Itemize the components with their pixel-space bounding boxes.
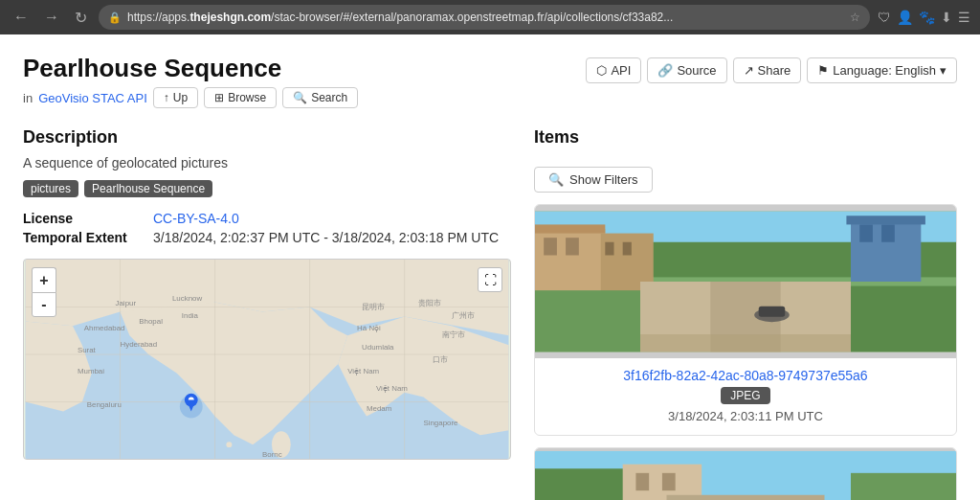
filter-search-icon: 🔍 bbox=[548, 172, 564, 187]
map-container[interactable]: + - ⛶ bbox=[23, 259, 511, 460]
zoom-in-button[interactable]: + bbox=[32, 267, 56, 292]
svg-rect-44 bbox=[566, 238, 579, 255]
chevron-down-icon: ▾ bbox=[940, 63, 947, 78]
svg-rect-56 bbox=[851, 286, 956, 352]
back-button[interactable]: ← bbox=[10, 5, 33, 30]
meta-table: License CC-BY-SA-4.0 Temporal Extent 3/1… bbox=[23, 211, 511, 245]
svg-rect-65 bbox=[662, 473, 676, 490]
search-label: Search bbox=[311, 91, 347, 104]
svg-text:Việt Nam: Việt Nam bbox=[347, 367, 379, 375]
show-filters-button[interactable]: 🔍 Show Filters bbox=[534, 167, 653, 193]
shield-icon[interactable]: 🛡 bbox=[878, 10, 891, 25]
download-icon[interactable]: ⬇ bbox=[941, 10, 952, 25]
menu-icon[interactable]: ☰ bbox=[958, 10, 970, 25]
url-text: https://apps.thejeshgn.com/stac-browser/… bbox=[127, 11, 673, 24]
svg-rect-43 bbox=[544, 238, 557, 255]
source-button[interactable]: 🔗 Source bbox=[647, 57, 726, 83]
temporal-value: 3/18/2024, 2:02:37 PM UTC - 3/18/2024, 2… bbox=[153, 230, 499, 245]
header-actions: ⬡ API 🔗 Source ↗ Share ⚑ Language: Engli… bbox=[586, 57, 957, 83]
nav-search-button[interactable]: 🔍 Search bbox=[282, 87, 358, 108]
language-button[interactable]: ⚑ Language: English ▾ bbox=[807, 57, 957, 83]
link-icon: 🔗 bbox=[657, 63, 673, 78]
browse-icon: ⊞ bbox=[214, 91, 224, 104]
svg-text:贵阳市: 贵阳市 bbox=[418, 299, 441, 307]
svg-rect-58 bbox=[759, 307, 786, 317]
svg-text:广州市: 广州市 bbox=[452, 311, 475, 320]
item-info-1: 3f16f2fb-82a2-42ac-80a8-9749737e55a6 JPE… bbox=[535, 358, 956, 435]
show-filters-label: Show Filters bbox=[569, 172, 638, 187]
extension-icon[interactable]: 🐾 bbox=[919, 10, 935, 25]
item-badge-1: JPEG bbox=[721, 387, 769, 404]
breadcrumb-link[interactable]: GeoVisio STAC API bbox=[38, 91, 147, 105]
item-id-link-1[interactable]: 3f16f2fb-82a2-42ac-80a8-9749737e55a6 bbox=[623, 368, 867, 383]
search-icon: 🔍 bbox=[293, 91, 307, 104]
page-title: Pearlhouse Sequence bbox=[23, 54, 281, 83]
svg-text:Hyderabad: Hyderabad bbox=[120, 340, 157, 349]
svg-rect-52 bbox=[846, 216, 925, 224]
svg-text:Há Nội: Há Nội bbox=[357, 324, 381, 332]
svg-rect-55 bbox=[535, 290, 640, 352]
api-icon: ⬡ bbox=[596, 63, 607, 78]
svg-text:Bhopal: Bhopal bbox=[139, 317, 163, 326]
svg-rect-62 bbox=[851, 473, 956, 500]
svg-text:Mumbai: Mumbai bbox=[78, 367, 104, 375]
browser-actions: 🛡 👤 🐾 ⬇ ☰ bbox=[878, 10, 970, 25]
item-image-1 bbox=[535, 205, 956, 358]
browse-label: Browse bbox=[228, 91, 266, 104]
nav-browse-button[interactable]: ⊞ Browse bbox=[204, 87, 277, 108]
left-panel: Description A sequence of geolocated pic… bbox=[23, 127, 511, 500]
svg-text:口市: 口市 bbox=[433, 355, 448, 364]
svg-text:Ahmedabad: Ahmedabad bbox=[84, 324, 125, 332]
item-date-1: 3/18/2024, 2:03:11 PM UTC bbox=[668, 409, 823, 423]
language-label: Language: English bbox=[833, 63, 936, 78]
nav-up-button[interactable]: ↑ Up bbox=[153, 87, 198, 108]
svg-rect-59 bbox=[640, 334, 851, 352]
item-card-2 bbox=[534, 447, 957, 500]
map-fullscreen-button[interactable]: ⛶ bbox=[478, 267, 502, 292]
map-controls: + - bbox=[32, 267, 56, 317]
svg-text:Singapore: Singapore bbox=[423, 419, 458, 427]
svg-text:Bornc: Bornc bbox=[262, 450, 282, 459]
map-svg: Jaipur Lucknow 昆明市 贵阳市 广州市 Ahmedabad Bho… bbox=[24, 260, 510, 459]
tag-pearlhouse: Pearlhouse Sequence bbox=[84, 180, 212, 197]
svg-text:Bengaluru: Bengaluru bbox=[87, 400, 122, 409]
items-header: Items bbox=[534, 127, 957, 155]
temporal-row: Temporal Extent 3/18/2024, 2:02:37 PM UT… bbox=[23, 230, 511, 245]
share-button[interactable]: ↗ Share bbox=[733, 57, 802, 83]
forward-button[interactable]: → bbox=[40, 5, 63, 30]
description-title: Description bbox=[23, 127, 511, 148]
right-panel: Items 🔍 Show Filters bbox=[534, 127, 957, 500]
page-content: Pearlhouse Sequence ⬡ API 🔗 Source ↗ Sha… bbox=[0, 34, 980, 500]
up-icon: ↑ bbox=[164, 91, 169, 104]
svg-rect-45 bbox=[535, 224, 605, 233]
address-bar[interactable]: 🔒 https://apps.thejeshgn.com/stac-browse… bbox=[99, 5, 870, 30]
temporal-key: Temporal Extent bbox=[23, 230, 138, 245]
main-layout: Description A sequence of geolocated pic… bbox=[23, 127, 957, 500]
item-card: 3f16f2fb-82a2-42ac-80a8-9749737e55a6 JPE… bbox=[534, 204, 957, 436]
svg-rect-47 bbox=[605, 242, 613, 256]
breadcrumb-in-text: in bbox=[23, 91, 33, 105]
license-row: License CC-BY-SA-4.0 bbox=[23, 211, 511, 226]
refresh-button[interactable]: ↻ bbox=[71, 5, 91, 31]
svg-text:India: India bbox=[182, 311, 199, 320]
svg-text:Udumlala: Udumlala bbox=[362, 343, 394, 352]
breadcrumb: in GeoVisio STAC API ↑ Up ⊞ Browse 🔍 Sea… bbox=[23, 87, 957, 108]
svg-text:Việt Nam: Việt Nam bbox=[376, 384, 408, 393]
description-text: A sequence of geolocated pictures bbox=[23, 155, 511, 170]
license-value[interactable]: CC-BY-SA-4.0 bbox=[153, 211, 239, 226]
svg-text:Lucknow: Lucknow bbox=[172, 294, 202, 303]
source-label: Source bbox=[677, 63, 716, 78]
share-label: Share bbox=[758, 63, 791, 78]
svg-text:Jaipur: Jaipur bbox=[116, 299, 137, 307]
account-icon[interactable]: 👤 bbox=[897, 10, 913, 25]
item-image-2 bbox=[535, 448, 956, 500]
svg-text:Surat: Surat bbox=[78, 346, 97, 354]
zoom-out-button[interactable]: - bbox=[32, 292, 56, 317]
share-icon: ↗ bbox=[744, 63, 754, 78]
svg-rect-48 bbox=[623, 242, 632, 256]
svg-text:昆明市: 昆明市 bbox=[362, 303, 385, 311]
license-key: License bbox=[23, 211, 138, 226]
items-title: Items bbox=[534, 127, 579, 148]
svg-text:南宁市: 南宁市 bbox=[442, 330, 465, 339]
api-button[interactable]: ⬡ API bbox=[586, 57, 641, 83]
